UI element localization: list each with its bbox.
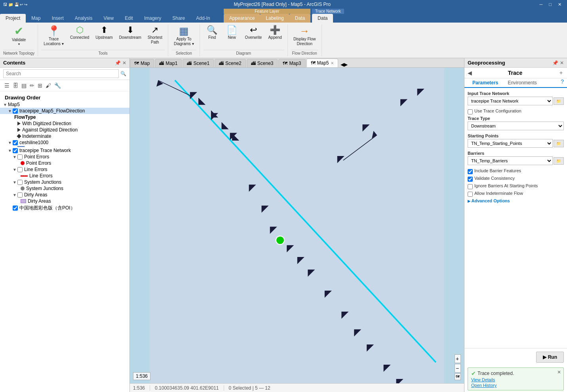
layer-point-errors[interactable]: ▼ Point Errors — [0, 154, 129, 160]
starting-points-select[interactable]: TN_Temp_Starting_Points — [468, 139, 553, 148]
tab-map5-view[interactable]: 🗺 Map5 ✕ — [306, 59, 338, 67]
geo-close-btn[interactable]: ✕ — [560, 60, 564, 66]
geo-pin-btn[interactable]: 📌 — [552, 60, 558, 66]
trace-type-select[interactable]: Downstream — [468, 122, 564, 130]
geo-add-btn[interactable]: ＋ — [558, 69, 564, 76]
tab-map[interactable]: Map — [26, 14, 46, 23]
tab-edit[interactable]: Edit — [119, 14, 139, 23]
layer-tracepipe-flow[interactable]: ▼ tracepipe_Map5_FlowDirection — [0, 108, 129, 114]
find-icon: 🔍 — [207, 26, 217, 34]
tab-imagery[interactable]: Imagery — [139, 14, 167, 23]
tracepipe-flow-checkbox[interactable] — [13, 108, 18, 114]
tab-project[interactable]: Project — [0, 14, 26, 23]
input-trace-network-folder-btn[interactable]: 📁 — [554, 97, 564, 105]
map-canvas[interactable]: 1:536 + − 🗺 — [130, 68, 464, 383]
display-flow-label: Display FlowDirection — [293, 37, 316, 46]
zoom-in-btn[interactable]: + — [455, 354, 461, 363]
map-tools-icon[interactable]: 🗺 — [455, 373, 461, 380]
trace-locations-btn[interactable]: 📍 TraceLocations ▾ — [41, 25, 66, 47]
tab-map1-view[interactable]: 🏙 Map1 — [155, 59, 182, 67]
tab-labeling[interactable]: Labeling — [260, 14, 289, 23]
layer-dirty-areas[interactable]: ▼ Dirty Areas — [0, 192, 129, 198]
tab-insert[interactable]: Insert — [46, 14, 69, 23]
geo-footer: ▶ Run — [464, 348, 567, 366]
tab-parameters[interactable]: Parameters — [468, 78, 503, 88]
upstream-btn[interactable]: ⬆ Upstream — [93, 25, 115, 41]
line-errors-checkbox[interactable] — [17, 167, 23, 172]
input-trace-network-select[interactable]: tracepipe Trace Network — [468, 97, 553, 105]
open-history-link[interactable]: Open History — [471, 383, 560, 388]
close-btn[interactable]: ✕ — [556, 2, 564, 7]
validate-btn[interactable]: ✔ Validate ▾ — [10, 25, 28, 47]
include-barrier-checkbox[interactable] — [468, 169, 473, 174]
pin-btn[interactable]: 📌 — [115, 60, 121, 66]
layer-map5[interactable]: ▼ Map5 — [0, 101, 129, 108]
tab-map-view[interactable]: 🗺 Map — [130, 59, 154, 67]
run-btn[interactable]: ▶ Run — [536, 352, 564, 363]
advanced-options-btn[interactable]: Advanced Options — [468, 198, 564, 203]
layer-ceshiline[interactable]: ▼ ceshiline1000 — [0, 139, 129, 146]
tab-appearance[interactable]: Appearance — [224, 14, 261, 23]
layer-system-junctions[interactable]: ▼ System Junctions — [0, 179, 129, 185]
display-flow-btn[interactable]: → Display FlowDirection — [291, 25, 318, 47]
tab-map3-view[interactable]: 🗺 Map3 — [278, 59, 305, 67]
edit-icon[interactable]: ✏ — [29, 82, 36, 89]
starting-points-folder-btn[interactable]: 📁 — [554, 140, 564, 147]
system-junctions-checkbox[interactable] — [17, 180, 23, 185]
tab-next-btn[interactable]: ▶ — [344, 62, 348, 67]
zoom-out-btn[interactable]: − — [455, 364, 461, 373]
allow-indeterminate-checkbox[interactable] — [468, 192, 473, 197]
list-view-btn[interactable]: ☰ — [3, 82, 11, 89]
tab-data-feature[interactable]: Data — [289, 14, 310, 23]
maximize-btn[interactable]: □ — [546, 2, 554, 7]
contents-panel: Contents 📌 ✕ 🔍 ☰ 🗄 ▤ ✏ ⊞ 🖌 🔧 Drawing Ord… — [0, 58, 130, 392]
tracepipe-network-checkbox[interactable] — [13, 148, 18, 153]
dirty-areas-checkbox[interactable] — [17, 192, 23, 198]
minimize-btn[interactable]: ─ — [537, 2, 545, 7]
point-errors-expand: ▼ — [13, 155, 17, 159]
tab-addin[interactable]: Add-In — [190, 14, 215, 23]
find-btn[interactable]: 🔍 Find — [203, 25, 221, 41]
tab-prev-btn[interactable]: ◀ — [341, 62, 344, 67]
apply-to-diagrams-btn[interactable]: ▦ Apply ToDiagrams ▾ — [171, 25, 196, 47]
layer-china-map[interactable]: 中国地图彩色版（含POI） — [0, 204, 129, 212]
tab-view[interactable]: View — [98, 14, 119, 23]
shortest-path-btn[interactable]: ↗ ShortestPath — [145, 25, 165, 46]
point-errors-checkbox[interactable] — [17, 154, 23, 160]
new-btn[interactable]: 📄 New — [223, 25, 241, 41]
contents-close-btn[interactable]: ✕ — [122, 60, 126, 66]
overwrite-btn[interactable]: ↩ Overwrite — [243, 25, 264, 41]
ceshiline-checkbox[interactable] — [13, 140, 18, 145]
tab-environments[interactable]: Environments — [503, 78, 541, 87]
use-trace-config-checkbox[interactable] — [468, 109, 473, 114]
trace-close-btn[interactable]: ✕ — [557, 369, 561, 375]
tab-analysis[interactable]: Analysis — [69, 14, 98, 23]
geo-help-btn[interactable]: ? — [561, 78, 564, 87]
tab-scene3-view[interactable]: 🏙 Scene3 — [247, 59, 278, 67]
view-details-link[interactable]: View Details — [471, 377, 560, 382]
connected-btn[interactable]: ⬡ Connected — [68, 25, 91, 41]
geo-back-btn[interactable]: ◀ — [468, 70, 472, 76]
layer-tracepipe-network[interactable]: ▼ tracepipe Trace Network — [0, 147, 129, 154]
barriers-select[interactable]: TN_Temp_Barriers — [468, 156, 553, 165]
trace-network-group: Trace Network Data — [312, 9, 344, 23]
map5-tab-close[interactable]: ✕ — [331, 61, 334, 65]
search-input[interactable] — [3, 69, 119, 78]
validate-consistency-checkbox[interactable] — [468, 177, 473, 182]
tab-scene2-view[interactable]: 🏙 Scene2 — [215, 59, 246, 67]
with-digitized-label: With Digitized Direction — [22, 121, 71, 126]
line-errors-item-label: Line Errors — [29, 173, 53, 179]
china-map-checkbox[interactable] — [13, 206, 18, 211]
tab-share[interactable]: Share — [167, 14, 190, 23]
downstream-btn[interactable]: ⬇ Downstream — [117, 25, 144, 41]
contextual-tabs-group: Feature Layer Appearance Labeling Data — [224, 9, 310, 23]
contents-header: Contents 📌 ✕ — [0, 58, 129, 68]
ignore-barriers-checkbox[interactable] — [468, 184, 473, 189]
append-btn[interactable]: ➕ Append — [266, 25, 284, 41]
layer-line-errors[interactable]: ▼ Line Errors — [0, 166, 129, 173]
tab-data-trace[interactable]: Data — [312, 14, 333, 23]
barriers-folder-btn[interactable]: 📁 — [554, 157, 564, 165]
validate-icon: ✔ — [14, 26, 23, 37]
tab-scene1-view[interactable]: 🏙 Scene1 — [183, 59, 214, 67]
scene3-tab-icon: 🏙 — [251, 61, 256, 66]
